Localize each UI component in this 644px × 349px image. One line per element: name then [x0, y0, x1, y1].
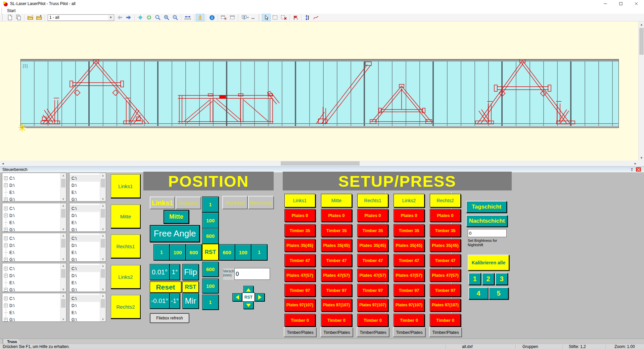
nudge-left-button[interactable]: [232, 293, 242, 301]
scroll-thumb[interactable]: [61, 299, 65, 308]
laser-5-button[interactable]: 5: [489, 287, 508, 299]
step-right-1-button[interactable]: 1: [251, 244, 267, 260]
scroll-down-icon[interactable]: ▼: [639, 155, 644, 161]
setup-col-rechts1-button[interactable]: Rechts1: [357, 194, 388, 207]
tree-item[interactable]: +C:\: [2, 265, 66, 272]
select-tool-button[interactable]: [262, 14, 271, 21]
tree-item[interactable]: E:\: [2, 279, 66, 286]
chevron-down-icon[interactable]: ▼: [108, 15, 113, 20]
tree-item[interactable]: +D:\: [2, 272, 66, 279]
menu-grip[interactable]: [1, 8, 3, 14]
scroll-down-icon[interactable]: ∨: [60, 316, 66, 321]
menu-start[interactable]: Start: [5, 8, 17, 13]
filebox-rechts2-button[interactable]: Rechts2: [111, 295, 141, 319]
truss-a-frame-left[interactable]: [41, 59, 149, 124]
setup-button[interactable]: Timber 35: [357, 224, 388, 237]
toolbar-grip[interactable]: [2, 14, 4, 20]
filebox-refresh-button[interactable]: Filebox refresh: [150, 313, 189, 323]
tree-item[interactable]: +D:\: [2, 242, 66, 249]
timber-plates-button[interactable]: Timber/Plates: [429, 327, 462, 337]
drive-tree-5[interactable]: +C:\ +D:\ E:\ +G:\ + ∧∨: [2, 293, 66, 322]
minimize-button[interactable]: [598, 0, 613, 7]
tree-item[interactable]: E:\: [2, 219, 66, 226]
scroll-up-icon[interactable]: ∧: [60, 233, 66, 238]
tree-item[interactable]: E:\: [2, 249, 66, 256]
new-document-button[interactable]: [5, 14, 14, 21]
step-up-100-button[interactable]: 100: [202, 212, 219, 228]
setup-button[interactable]: Plates 47(57): [357, 269, 388, 281]
scroll-up-icon[interactable]: ∧: [60, 263, 66, 268]
brightness-input[interactable]: [468, 229, 507, 237]
delete-selection-button[interactable]: [279, 14, 288, 21]
nachtschicht-button[interactable]: Nachtschicht: [466, 215, 507, 227]
canvas-horizontal-scrollbar[interactable]: ◄ ►: [0, 161, 644, 166]
position-mitte-button[interactable]: Mitte: [164, 210, 189, 224]
setup-button[interactable]: Timber 97: [430, 284, 461, 297]
expand-icon[interactable]: +: [4, 228, 8, 231]
scroll-thumb[interactable]: [61, 269, 65, 278]
display-settings-button[interactable]: [240, 14, 250, 21]
tree-item[interactable]: +G:\: [2, 316, 66, 322]
scroll-down-icon[interactable]: ∨: [60, 256, 66, 261]
scroll-thumb[interactable]: [101, 209, 105, 218]
tree-item[interactable]: +G:\: [2, 196, 66, 202]
truss-diagonal-member[interactable]: [316, 62, 371, 124]
setup-button[interactable]: Plates 97(107): [430, 299, 461, 311]
laser-3-button[interactable]: 3: [495, 273, 508, 285]
setup-col-rechts2-button[interactable]: Rechts2: [430, 194, 461, 207]
timber-plates-button[interactable]: Timber/Plates: [284, 327, 317, 337]
expand-icon[interactable]: +: [4, 198, 8, 201]
drive-tree-2[interactable]: +C:\ +D:\ E:\ +G:\ + ∧∨: [2, 203, 66, 232]
collapse-button[interactable]: [250, 14, 256, 21]
expand-icon[interactable]: +: [4, 236, 8, 240]
open-folder-button[interactable]: [26, 14, 35, 21]
setup-button[interactable]: Plates 0: [321, 209, 352, 222]
scroll-thumb[interactable]: [101, 269, 105, 278]
expand-icon[interactable]: +: [4, 304, 8, 307]
angle-plus-one-button[interactable]: 1°: [170, 264, 180, 280]
setup-button[interactable]: Plates 35(45): [321, 239, 352, 252]
angle-minus-small-button[interactable]: -0.01°: [150, 293, 170, 309]
setup-button[interactable]: Plates 97(107): [357, 299, 388, 311]
marquee-select-button[interactable]: [271, 14, 279, 21]
expand-icon[interactable]: +: [4, 288, 8, 292]
expand-icon[interactable]: +: [4, 244, 8, 247]
setup-button[interactable]: Timber 35: [394, 224, 424, 237]
angle-plus-small-button[interactable]: 0.01°: [150, 264, 170, 280]
setup-button[interactable]: Plates 35(45): [357, 239, 388, 252]
kalibrieren-alle-button[interactable]: Kalibrieren alle: [468, 255, 509, 270]
setup-button[interactable]: Plates 35(45): [430, 239, 461, 252]
drive-tree-3[interactable]: +C:\ +D:\ E:\ +G:\ + ∧∨: [2, 233, 66, 262]
scroll-thumb[interactable]: [61, 179, 65, 187]
nudge-reset-button[interactable]: RST: [242, 293, 255, 302]
step-down-1-button[interactable]: 1: [202, 295, 219, 310]
timber-plates-button[interactable]: Timber/Plates: [393, 327, 426, 337]
tree-item[interactable]: E:\: [2, 309, 66, 316]
zoom-in-button[interactable]: [162, 14, 171, 21]
setup-button[interactable]: Plates 47(57): [321, 269, 352, 281]
drive-list-5[interactable]: C:\ D:\ E:\ G:\ ∧∨: [69, 293, 106, 322]
scroll-thumb[interactable]: [101, 239, 105, 248]
setup-button[interactable]: Timber 0: [284, 314, 315, 326]
setup-button[interactable]: Timber 97: [284, 284, 315, 297]
cross-reset-button[interactable]: RST: [202, 244, 219, 260]
laser-1-button[interactable]: 1: [468, 273, 481, 285]
tree-item[interactable]: +C:\: [2, 175, 66, 182]
filebox-rechts1-button[interactable]: Rechts1: [111, 234, 141, 259]
scroll-up-icon[interactable]: ∧: [100, 203, 106, 208]
add-folder-button[interactable]: [35, 14, 43, 21]
tree-item[interactable]: E:\: [2, 189, 66, 196]
setup-button[interactable]: Timber 35: [430, 224, 461, 237]
setup-button[interactable]: Plates 0: [357, 209, 388, 222]
setup-button[interactable]: Plates 47(57): [430, 269, 461, 281]
setup-button[interactable]: Timber 0: [430, 314, 461, 326]
forward-button[interactable]: [124, 14, 133, 21]
tab-truss[interactable]: Truss: [3, 339, 21, 344]
setup-button[interactable]: Plates 35(45): [394, 239, 424, 252]
setup-button[interactable]: Timber 0: [321, 314, 352, 326]
scrollbar[interactable]: ∧∨: [60, 263, 66, 292]
toolbar-grip-2[interactable]: [259, 14, 261, 20]
setup-button[interactable]: Plates 0: [284, 209, 315, 222]
tree-item[interactable]: +G:\: [2, 286, 66, 292]
setup-button[interactable]: Timber 47: [357, 254, 388, 267]
